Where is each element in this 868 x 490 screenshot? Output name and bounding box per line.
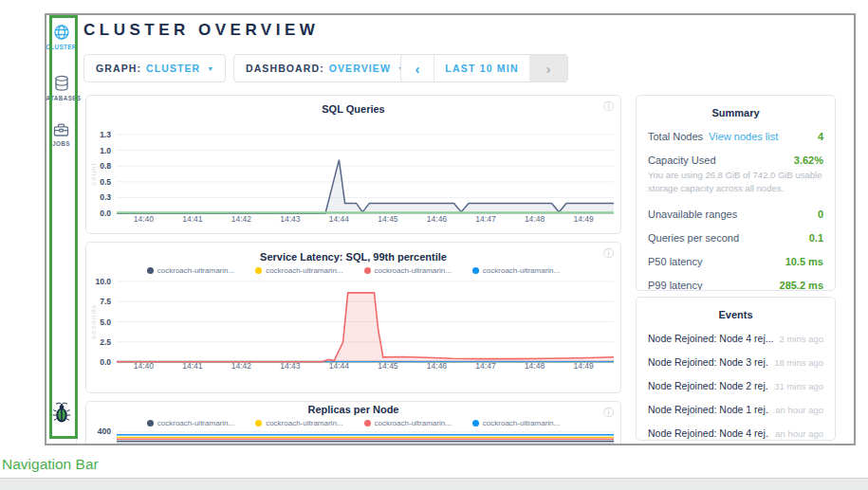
- summary-label: Total Nodes: [648, 131, 703, 142]
- summary-value: 4: [818, 131, 823, 142]
- svg-text:7.5: 7.5: [100, 297, 111, 306]
- series-dot: [147, 267, 154, 274]
- summary-row-capacity-used: Capacity Used 3.62%: [648, 154, 823, 166]
- svg-text:0.8: 0.8: [100, 161, 111, 171]
- sidebar-item-label: CLUSTER: [46, 44, 77, 50]
- svg-text:14:48: 14:48: [525, 214, 545, 224]
- svg-text:14:47: 14:47: [475, 361, 496, 371]
- event-name: Node Rejoined: Node 1 rej...: [648, 404, 769, 415]
- event-time: an hour ago: [775, 405, 823, 415]
- svg-text:0.5: 0.5: [100, 177, 111, 187]
- legend-item[interactable]: cockroach-ultramarin...: [472, 265, 560, 276]
- info-icon[interactable]: ⓘ: [603, 100, 614, 114]
- dashboard-dropdown-label: DASHBOARD:: [246, 63, 324, 74]
- series-dot: [364, 420, 371, 426]
- legend-item[interactable]: cockroach-ultramarin...: [364, 418, 452, 428]
- app-window: CLUSTER DATABASES: [45, 13, 856, 445]
- summary-row-queries-per-second: Queries per second 0.1: [648, 232, 823, 244]
- events-title: Events: [637, 309, 835, 320]
- legend-item[interactable]: cockroach-ultramarin...: [364, 265, 452, 276]
- legend-item[interactable]: cockroach-ultramarin...: [147, 265, 234, 276]
- database-icon: [54, 75, 69, 92]
- events-panel: Events Node Rejoined: Node 4 rej... 2 mi…: [636, 297, 836, 441]
- info-icon[interactable]: ⓘ: [603, 246, 614, 261]
- service-latency-plot: 0.02.55.07.510.0seconds14:4014:4114:4214…: [86, 276, 620, 391]
- view-nodes-list-link[interactable]: View nodes list: [709, 131, 778, 142]
- svg-text:seconds: seconds: [89, 304, 98, 339]
- replicas-per-node-chart-card: Replicas per Node ⓘ cockroach-ultramarin…: [85, 401, 621, 445]
- event-time: 2 mins ago: [780, 334, 823, 344]
- svg-text:count: count: [89, 162, 98, 186]
- legend-item[interactable]: cockroach-ultramarin...: [255, 265, 342, 276]
- event-row: Node Rejoined: Node 2 rej... 31 mins ago: [648, 380, 823, 391]
- summary-value: 285.2 ms: [780, 280, 823, 291]
- series-dot: [472, 267, 479, 274]
- summary-value: 0.1: [809, 232, 823, 244]
- event-row: Node Rejoined: Node 3 rej... 18 mins ago: [648, 356, 823, 368]
- summary-value: 10.5 ms: [785, 256, 823, 267]
- annotated-screenshot: CLUSTER DATABASES: [0, 0, 868, 490]
- summary-label: P99 latency: [648, 280, 702, 291]
- series-dot: [255, 420, 262, 426]
- legend-item[interactable]: cockroach-ultramarin...: [255, 418, 342, 428]
- summary-row-p99-latency: P99 latency 285.2 ms: [648, 280, 823, 291]
- summary-panel: Summary Total Nodes View nodes list 4 Ca…: [636, 95, 836, 291]
- time-range-value[interactable]: LAST 10 MIN: [434, 55, 529, 82]
- event-row: Node Rejoined: Node 4 rej... an hour ago: [648, 427, 823, 439]
- event-time: 18 mins ago: [774, 357, 823, 368]
- summary-row-unavailable-ranges: Unavailable ranges 0: [648, 209, 823, 220]
- svg-text:14:49: 14:49: [573, 214, 594, 224]
- summary-label: Unavailable ranges: [648, 209, 737, 220]
- graph-dropdown-value: CLUSTER: [146, 63, 200, 74]
- chart-title: Replicas per Node: [86, 404, 620, 416]
- chart-title: SQL Queries: [86, 103, 620, 116]
- dashboard-dropdown[interactable]: DASHBOARD: OVERVIEW ▼: [233, 54, 416, 82]
- svg-text:14:44: 14:44: [329, 361, 350, 371]
- summary-title: Summary: [637, 107, 835, 118]
- cockroachdb-logo[interactable]: [51, 401, 71, 424]
- svg-text:2.5: 2.5: [100, 337, 111, 347]
- svg-text:0.0: 0.0: [100, 209, 111, 218]
- svg-text:400: 400: [98, 428, 111, 436]
- dashboard-dropdown-value: OVERVIEW: [329, 63, 391, 74]
- time-range-prev-button[interactable]: ‹: [401, 55, 434, 82]
- svg-text:14:43: 14:43: [280, 214, 301, 224]
- page-title: CLUSTER OVERVIEW: [83, 21, 319, 40]
- summary-label: P50 latency: [648, 256, 702, 267]
- sidebar-item-jobs[interactable]: JOBS: [46, 122, 76, 147]
- graph-dropdown[interactable]: GRAPH: CLUSTER ▼: [83, 54, 226, 82]
- summary-value: 0: [818, 209, 823, 220]
- svg-text:14:48: 14:48: [525, 361, 545, 371]
- series-dot: [472, 420, 479, 426]
- svg-text:14:49: 14:49: [573, 361, 594, 371]
- svg-text:14:46: 14:46: [427, 361, 448, 371]
- svg-text:10.0: 10.0: [95, 277, 111, 286]
- event-name: Node Rejoined: Node 3 rej...: [648, 356, 768, 368]
- sidebar-item-cluster[interactable]: CLUSTER: [46, 24, 76, 50]
- legend-item[interactable]: cockroach-ultramarin...: [472, 418, 560, 428]
- summary-value: 3.62%: [794, 154, 823, 166]
- svg-text:0.3: 0.3: [100, 192, 111, 202]
- svg-text:5.0: 5.0: [100, 318, 111, 327]
- svg-text:14:40: 14:40: [134, 214, 155, 224]
- navigation-bar: CLUSTER DATABASES: [46, 15, 77, 444]
- series-dot: [147, 420, 154, 426]
- time-range-next-button[interactable]: ›: [529, 55, 567, 82]
- sidebar-item-label: DATABASES: [45, 95, 81, 101]
- sql-queries-plot: 0.00.30.50.81.01.3count14:4014:4114:4214…: [86, 116, 620, 233]
- svg-text:14:44: 14:44: [329, 214, 350, 224]
- svg-text:0.0: 0.0: [100, 357, 111, 367]
- sidebar-item-databases[interactable]: DATABASES: [46, 75, 76, 101]
- series-dot: [364, 267, 371, 274]
- sidebar-item-label: JOBS: [52, 140, 70, 147]
- svg-text:14:45: 14:45: [378, 361, 398, 371]
- info-icon[interactable]: ⓘ: [603, 406, 614, 420]
- legend-item[interactable]: cockroach-ultramarin...: [147, 418, 234, 428]
- event-row: Node Rejoined: Node 1 rej... an hour ago: [648, 404, 823, 415]
- annotation-label: Navigation Bar: [2, 456, 99, 473]
- globe-icon: [53, 24, 70, 41]
- svg-text:14:45: 14:45: [378, 214, 398, 224]
- series-dot: [255, 267, 262, 274]
- bottom-strip: [0, 478, 868, 490]
- chart-legend: cockroach-ultramarin... cockroach-ultram…: [86, 265, 620, 276]
